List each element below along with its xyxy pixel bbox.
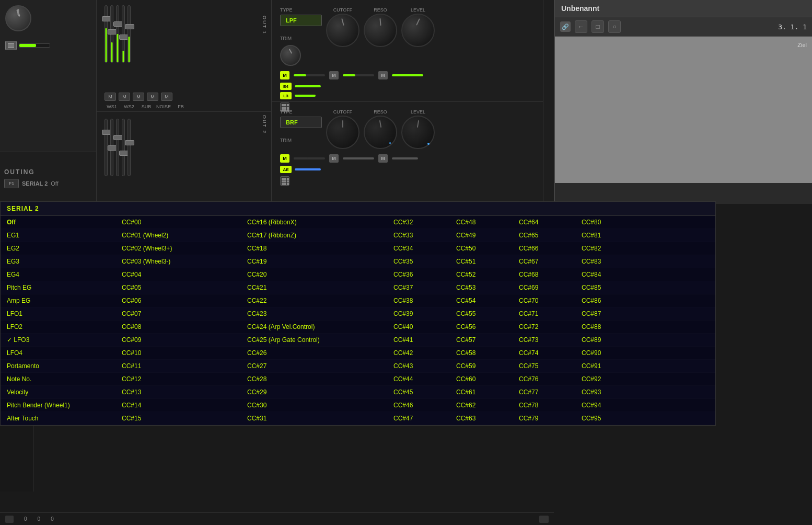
- dropdown-cell-c4[interactable]: CC#37: [387, 281, 450, 294]
- dropdown-cell-c4[interactable]: CC#38: [387, 294, 450, 307]
- dropdown-cell-c4[interactable]: CC#45: [387, 386, 450, 398]
- dropdown-cell-c4[interactable]: CC#33: [387, 229, 450, 242]
- daw-record-btn[interactable]: ○: [608, 20, 621, 33]
- dropdown-cell-c5[interactable]: CC#56: [450, 321, 513, 333]
- dropdown-cell-c4[interactable]: CC#36: [387, 268, 450, 281]
- dropdown-cell-c7[interactable]: CC#95: [575, 412, 638, 425]
- grid-display-btn[interactable]: [5, 41, 17, 50]
- dropdown-cell-c6[interactable]: CC#78: [513, 399, 575, 412]
- dropdown-cell-c7[interactable]: CC#82: [575, 242, 638, 255]
- m-button-fb[interactable]: M: [161, 93, 172, 101]
- dropdown-cell-c6[interactable]: CC#64: [513, 216, 575, 229]
- dropdown-cell-c5[interactable]: CC#58: [450, 347, 513, 359]
- filter1-trim-slider1[interactable]: [294, 74, 325, 76]
- dropdown-cell-c5[interactable]: CC#63: [450, 412, 513, 425]
- filter1-trim-slider3[interactable]: [392, 74, 423, 76]
- dropdown-cell-c1[interactable]: ✓ LFO3: [1, 334, 115, 346]
- dropdown-cell-c7[interactable]: CC#94: [575, 399, 638, 412]
- dropdown-cell-c3[interactable]: CC#16 (RibbonX): [241, 216, 387, 229]
- bottom-tool-icon[interactable]: [539, 516, 549, 523]
- filter2-grid-icon[interactable]: [280, 176, 289, 186]
- dropdown-cell-c1[interactable]: Pitch Bender (Wheel1): [1, 399, 115, 412]
- daw-link-icon[interactable]: 🔗: [560, 21, 571, 32]
- dropdown-cell-c5[interactable]: CC#61: [450, 386, 513, 398]
- filter2-trim-m3[interactable]: M: [378, 154, 388, 163]
- dropdown-cell-c3[interactable]: CC#26: [241, 347, 387, 359]
- dropdown-cell-c6[interactable]: CC#77: [513, 386, 575, 398]
- dropdown-cell-c7[interactable]: CC#80: [575, 216, 638, 229]
- dropdown-cell-c3[interactable]: CC#20: [241, 268, 387, 281]
- dropdown-cell-c1[interactable]: EG4: [1, 268, 115, 281]
- dropdown-cell-c6[interactable]: CC#74: [513, 347, 575, 359]
- dropdown-cell-c5[interactable]: CC#59: [450, 360, 513, 372]
- dropdown-cell-c5[interactable]: CC#48: [450, 216, 513, 229]
- dropdown-cell-c1[interactable]: Pitch EG: [1, 281, 115, 294]
- dropdown-cell-c3[interactable]: CC#29: [241, 386, 387, 398]
- level-slider[interactable]: [19, 43, 50, 48]
- dropdown-cell-c6[interactable]: CC#72: [513, 321, 575, 333]
- dropdown-cell-c1[interactable]: LFO4: [1, 347, 115, 359]
- filter1-trim-m1[interactable]: M: [280, 71, 289, 79]
- m-button-ws1[interactable]: M: [105, 93, 116, 101]
- filter1-e4-slider[interactable]: [295, 85, 321, 87]
- m-button-ws2[interactable]: M: [119, 93, 130, 101]
- filter1-cutoff-knob[interactable]: [326, 14, 359, 47]
- dropdown-cell-c1[interactable]: LFO1: [1, 307, 115, 320]
- dropdown-cell-c1[interactable]: EG1: [1, 229, 115, 242]
- filter2-level-knob[interactable]: [401, 116, 435, 149]
- fader-b4[interactable]: [122, 119, 125, 199]
- dropdown-cell-c2[interactable]: CC#09: [115, 334, 241, 346]
- dropdown-cell-c6[interactable]: CC#79: [513, 412, 575, 425]
- filter2-ae-slider[interactable]: [295, 168, 321, 170]
- dropdown-cell-c1[interactable]: Velocity: [1, 386, 115, 398]
- dropdown-cell-c7[interactable]: CC#85: [575, 281, 638, 294]
- dropdown-cell-c2[interactable]: CC#10: [115, 347, 241, 359]
- dropdown-cell-c7[interactable]: CC#81: [575, 229, 638, 242]
- fader-b5[interactable]: [127, 119, 131, 199]
- dropdown-cell-c6[interactable]: CC#66: [513, 242, 575, 255]
- dropdown-cell-c5[interactable]: CC#54: [450, 294, 513, 307]
- m-button-noise[interactable]: M: [147, 93, 158, 101]
- dropdown-cell-c4[interactable]: CC#47: [387, 412, 450, 425]
- bottom-grid-icon[interactable]: [5, 516, 14, 523]
- daw-expand-btn[interactable]: □: [591, 20, 604, 33]
- dropdown-cell-c3[interactable]: CC#17 (RibbonZ): [241, 229, 387, 242]
- dropdown-cell-c1[interactable]: EG2: [1, 242, 115, 255]
- dropdown-cell-c5[interactable]: CC#49: [450, 229, 513, 242]
- fader-b2[interactable]: [110, 119, 113, 199]
- dropdown-cell-c7[interactable]: CC#84: [575, 268, 638, 281]
- dropdown-cell-c2[interactable]: CC#11: [115, 360, 241, 372]
- filter1-l3-slider[interactable]: [295, 95, 316, 97]
- main-knob[interactable]: [5, 5, 31, 31]
- dropdown-cell-c5[interactable]: CC#50: [450, 242, 513, 255]
- filter1-type-button[interactable]: LPF: [280, 15, 322, 26]
- filter2-trim-m1[interactable]: M: [280, 154, 289, 163]
- dropdown-cell-c4[interactable]: CC#41: [387, 334, 450, 346]
- filter1-trim-knob[interactable]: [280, 45, 301, 66]
- dropdown-cell-c2[interactable]: CC#04: [115, 268, 241, 281]
- dropdown-cell-c3[interactable]: CC#31: [241, 412, 387, 425]
- dropdown-cell-c7[interactable]: CC#83: [575, 255, 638, 268]
- dropdown-cell-c1[interactable]: Note No.: [1, 373, 115, 385]
- fader-ws1[interactable]: [105, 5, 108, 85]
- filter2-trim-slider3[interactable]: [392, 157, 418, 159]
- dropdown-cell-c1[interactable]: EG3: [1, 255, 115, 268]
- dropdown-cell-c5[interactable]: CC#52: [450, 268, 513, 281]
- dropdown-cell-c6[interactable]: CC#76: [513, 373, 575, 385]
- dropdown-cell-c4[interactable]: CC#44: [387, 373, 450, 385]
- dropdown-cell-c3[interactable]: CC#30: [241, 399, 387, 412]
- dropdown-cell-c4[interactable]: CC#39: [387, 307, 450, 320]
- dropdown-cell-c2[interactable]: CC#00: [115, 216, 241, 229]
- dropdown-cell-c4[interactable]: CC#43: [387, 360, 450, 372]
- dropdown-cell-c6[interactable]: CC#69: [513, 281, 575, 294]
- filter1-level-knob[interactable]: [401, 14, 435, 47]
- fader-b3[interactable]: [116, 119, 119, 199]
- dropdown-cell-c6[interactable]: CC#67: [513, 255, 575, 268]
- dropdown-cell-c1[interactable]: Amp EG: [1, 294, 115, 307]
- dropdown-cell-c1[interactable]: Off: [1, 216, 115, 229]
- filter2-trim-slider2[interactable]: [343, 157, 374, 159]
- dropdown-cell-c3[interactable]: CC#19: [241, 255, 387, 268]
- filter2-trim-slider1[interactable]: [294, 157, 325, 159]
- filter2-cutoff-knob[interactable]: [326, 116, 359, 149]
- fader-b1[interactable]: [105, 119, 108, 199]
